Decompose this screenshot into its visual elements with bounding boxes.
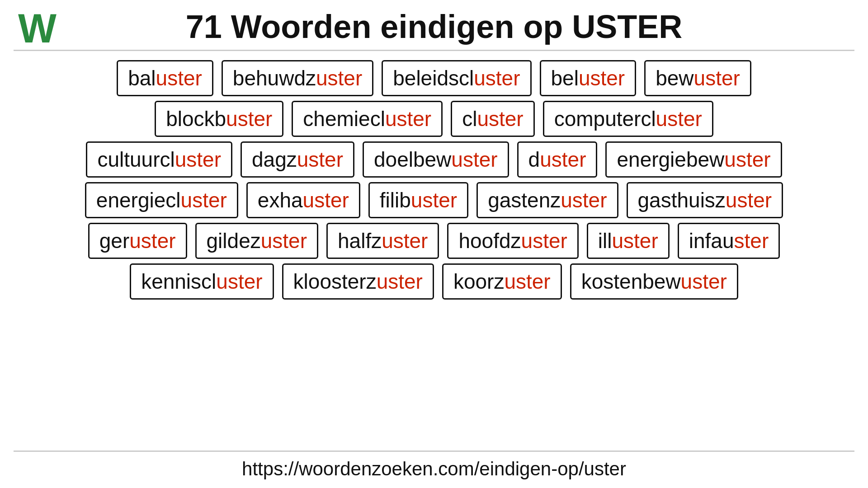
word-suffix: uster [579, 66, 625, 90]
word-box: gastenzuster [476, 182, 618, 218]
word-suffix: uster [175, 147, 221, 172]
word-prefix: gastenz [488, 188, 561, 212]
word-row-5: kennisclusterkloosterzusterkoorzusterkos… [18, 263, 850, 300]
word-box: kenniscluster [130, 263, 274, 300]
word-suffix: uster [504, 269, 550, 294]
word-suffix: uster [377, 269, 423, 294]
word-prefix: ger [99, 229, 129, 253]
word-prefix: d [528, 147, 540, 172]
word-box: baluster [117, 60, 213, 96]
word-box: beluster [540, 60, 637, 96]
word-suffix: ster [734, 229, 769, 253]
word-suffix: uster [261, 229, 307, 253]
word-suffix: uster [303, 188, 349, 212]
word-prefix: dagz [252, 147, 297, 172]
word-prefix: infau [689, 229, 734, 253]
word-prefix: bel [551, 66, 579, 90]
word-box: hoofdzuster [447, 223, 578, 259]
word-suffix: uster [474, 66, 520, 90]
word-suffix: uster [561, 188, 607, 212]
word-box: chemiecluster [292, 101, 443, 137]
word-prefix: behuwdz [233, 66, 316, 90]
word-box: dagzuster [241, 141, 354, 178]
word-prefix: koorz [453, 269, 504, 294]
word-suffix: uster [316, 66, 362, 90]
page-title: 71 Woorden eindigen op USTER [186, 8, 683, 45]
word-box: geruster [88, 223, 187, 259]
word-suffix: uster [382, 229, 428, 253]
word-suffix: uster [411, 188, 457, 212]
word-box: behuwdzuster [222, 60, 373, 96]
header: W 71 Woorden eindigen op USTER [0, 0, 868, 50]
word-row-4: gerustergildezusterhalfzusterhoofdzuster… [18, 223, 850, 259]
word-box: exhauster [246, 182, 360, 218]
word-suffix: uster [156, 66, 202, 90]
word-box: halfzuster [326, 223, 439, 259]
word-prefix: energiecl [96, 188, 181, 212]
word-suffix: uster [726, 188, 772, 212]
word-suffix: uster [521, 229, 567, 253]
word-box: computercluster [543, 101, 713, 137]
word-box: cultuurcluster [86, 141, 232, 178]
word-row-2: cultuurclusterdagzusterdoelbewusterduste… [18, 141, 850, 178]
word-box: kloosterzuster [282, 263, 434, 300]
word-box: cluster [451, 101, 535, 137]
word-box: blockbuster [155, 101, 283, 137]
word-prefix: gasthuisz [638, 188, 726, 212]
word-row-3: energieclusterexhausterfilibustergastenz… [18, 182, 850, 218]
word-suffix: uster [656, 107, 702, 131]
footer-url: https://woordenzoeken.com/eindigen-op/us… [14, 450, 854, 488]
word-prefix: blockb [166, 107, 226, 131]
word-suffix: uster [694, 66, 740, 90]
word-suffix: uster [297, 147, 343, 172]
word-row-0: balusterbehuwdzusterbeleidsclusterbelust… [18, 60, 850, 96]
word-box: duster [517, 141, 598, 178]
word-prefix: exha [258, 188, 303, 212]
word-prefix: hoofdz [458, 229, 521, 253]
word-row-1: blockbusterchemieclusterclustercomputerc… [18, 101, 850, 137]
word-prefix: filib [380, 188, 411, 212]
word-suffix: uster [612, 229, 658, 253]
word-box: filibuster [368, 182, 468, 218]
word-prefix: chemiecl [303, 107, 385, 131]
word-suffix: uster [129, 229, 175, 253]
logo: W [18, 8, 57, 49]
word-suffix: uster [181, 188, 227, 212]
word-suffix: uster [724, 147, 770, 172]
word-box: gasthuiszuster [627, 182, 783, 218]
word-prefix: gildez [207, 229, 261, 253]
word-box: energiecluster [85, 182, 238, 218]
words-container: balusterbehuwdzusterbeleidsclusterbelust… [0, 51, 868, 450]
word-prefix: energiebew [617, 147, 724, 172]
word-prefix: beleidscl [393, 66, 474, 90]
word-prefix: kostenbew [581, 269, 681, 294]
word-prefix: ill [598, 229, 612, 253]
word-box: koorzuster [442, 263, 562, 300]
word-prefix: halfz [338, 229, 382, 253]
word-prefix: doelbew [374, 147, 451, 172]
word-box: energiebewuster [605, 141, 782, 178]
word-prefix: bal [128, 66, 156, 90]
word-box: infauster [678, 223, 780, 259]
word-suffix: uster [451, 147, 497, 172]
word-prefix: kloosterz [293, 269, 377, 294]
word-box: bewuster [644, 60, 751, 96]
word-suffix: uster [216, 269, 262, 294]
word-prefix: cl [462, 107, 477, 131]
word-prefix: computercl [554, 107, 656, 131]
word-box: doelbewuster [363, 141, 509, 178]
word-box: illuster [587, 223, 670, 259]
word-prefix: bew [656, 66, 693, 90]
word-suffix: uster [477, 107, 523, 131]
word-suffix: uster [226, 107, 272, 131]
word-box: gildezuster [195, 223, 318, 259]
word-suffix: uster [385, 107, 431, 131]
word-prefix: cultuurcl [97, 147, 175, 172]
word-prefix: kenniscl [141, 269, 216, 294]
word-suffix: uster [540, 147, 586, 172]
word-suffix: uster [681, 269, 727, 294]
word-box: beleidscluster [382, 60, 531, 96]
word-box: kostenbewuster [570, 263, 738, 300]
